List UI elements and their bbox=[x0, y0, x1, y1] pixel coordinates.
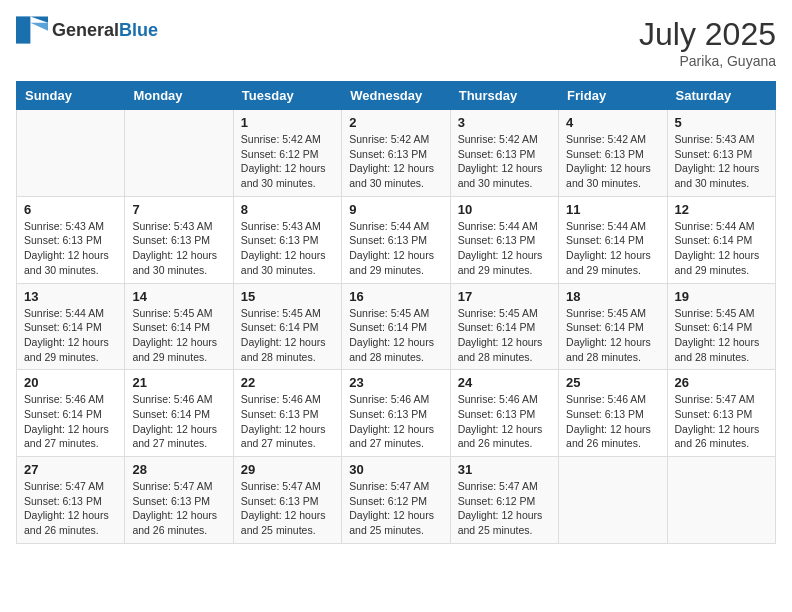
location-subtitle: Parika, Guyana bbox=[639, 53, 776, 69]
weekday-header-saturday: Saturday bbox=[667, 82, 775, 110]
day-info: Sunrise: 5:46 AMSunset: 6:14 PMDaylight:… bbox=[24, 393, 109, 449]
calendar-cell: 25Sunrise: 5:46 AMSunset: 6:13 PMDayligh… bbox=[559, 370, 667, 457]
svg-rect-0 bbox=[16, 16, 30, 43]
calendar-header-row: SundayMondayTuesdayWednesdayThursdayFrid… bbox=[17, 82, 776, 110]
day-info: Sunrise: 5:47 AMSunset: 6:13 PMDaylight:… bbox=[24, 480, 109, 536]
calendar-cell: 31Sunrise: 5:47 AMSunset: 6:12 PMDayligh… bbox=[450, 457, 558, 544]
calendar-cell: 23Sunrise: 5:46 AMSunset: 6:13 PMDayligh… bbox=[342, 370, 450, 457]
day-info: Sunrise: 5:45 AMSunset: 6:14 PMDaylight:… bbox=[241, 307, 326, 363]
day-info: Sunrise: 5:45 AMSunset: 6:14 PMDaylight:… bbox=[349, 307, 434, 363]
weekday-header-friday: Friday bbox=[559, 82, 667, 110]
calendar-cell: 20Sunrise: 5:46 AMSunset: 6:14 PMDayligh… bbox=[17, 370, 125, 457]
day-number: 17 bbox=[458, 289, 551, 304]
day-info: Sunrise: 5:43 AMSunset: 6:13 PMDaylight:… bbox=[24, 220, 109, 276]
day-number: 1 bbox=[241, 115, 334, 130]
calendar-week-row: 13Sunrise: 5:44 AMSunset: 6:14 PMDayligh… bbox=[17, 283, 776, 370]
day-number: 5 bbox=[675, 115, 768, 130]
calendar-cell: 22Sunrise: 5:46 AMSunset: 6:13 PMDayligh… bbox=[233, 370, 341, 457]
day-number: 29 bbox=[241, 462, 334, 477]
calendar-cell: 19Sunrise: 5:45 AMSunset: 6:14 PMDayligh… bbox=[667, 283, 775, 370]
calendar-cell: 4Sunrise: 5:42 AMSunset: 6:13 PMDaylight… bbox=[559, 110, 667, 197]
day-info: Sunrise: 5:43 AMSunset: 6:13 PMDaylight:… bbox=[132, 220, 217, 276]
calendar-cell: 11Sunrise: 5:44 AMSunset: 6:14 PMDayligh… bbox=[559, 196, 667, 283]
day-info: Sunrise: 5:47 AMSunset: 6:13 PMDaylight:… bbox=[132, 480, 217, 536]
day-number: 13 bbox=[24, 289, 117, 304]
weekday-header-wednesday: Wednesday bbox=[342, 82, 450, 110]
svg-marker-2 bbox=[30, 23, 48, 31]
logo-text: GeneralBlue bbox=[52, 20, 158, 41]
day-number: 12 bbox=[675, 202, 768, 217]
day-number: 7 bbox=[132, 202, 225, 217]
calendar-table: SundayMondayTuesdayWednesdayThursdayFrid… bbox=[16, 81, 776, 544]
day-number: 4 bbox=[566, 115, 659, 130]
weekday-header-tuesday: Tuesday bbox=[233, 82, 341, 110]
calendar-cell: 21Sunrise: 5:46 AMSunset: 6:14 PMDayligh… bbox=[125, 370, 233, 457]
day-info: Sunrise: 5:46 AMSunset: 6:13 PMDaylight:… bbox=[349, 393, 434, 449]
day-info: Sunrise: 5:44 AMSunset: 6:14 PMDaylight:… bbox=[566, 220, 651, 276]
logo: GeneralBlue bbox=[16, 16, 158, 44]
day-info: Sunrise: 5:43 AMSunset: 6:13 PMDaylight:… bbox=[241, 220, 326, 276]
day-number: 8 bbox=[241, 202, 334, 217]
day-info: Sunrise: 5:46 AMSunset: 6:13 PMDaylight:… bbox=[241, 393, 326, 449]
day-number: 15 bbox=[241, 289, 334, 304]
day-info: Sunrise: 5:44 AMSunset: 6:14 PMDaylight:… bbox=[24, 307, 109, 363]
day-info: Sunrise: 5:42 AMSunset: 6:13 PMDaylight:… bbox=[349, 133, 434, 189]
day-number: 31 bbox=[458, 462, 551, 477]
day-info: Sunrise: 5:45 AMSunset: 6:14 PMDaylight:… bbox=[458, 307, 543, 363]
day-number: 11 bbox=[566, 202, 659, 217]
day-info: Sunrise: 5:45 AMSunset: 6:14 PMDaylight:… bbox=[675, 307, 760, 363]
calendar-cell: 15Sunrise: 5:45 AMSunset: 6:14 PMDayligh… bbox=[233, 283, 341, 370]
day-info: Sunrise: 5:46 AMSunset: 6:13 PMDaylight:… bbox=[566, 393, 651, 449]
day-info: Sunrise: 5:42 AMSunset: 6:13 PMDaylight:… bbox=[458, 133, 543, 189]
calendar-cell: 9Sunrise: 5:44 AMSunset: 6:13 PMDaylight… bbox=[342, 196, 450, 283]
calendar-week-row: 27Sunrise: 5:47 AMSunset: 6:13 PMDayligh… bbox=[17, 457, 776, 544]
calendar-week-row: 20Sunrise: 5:46 AMSunset: 6:14 PMDayligh… bbox=[17, 370, 776, 457]
calendar-cell: 26Sunrise: 5:47 AMSunset: 6:13 PMDayligh… bbox=[667, 370, 775, 457]
weekday-header-monday: Monday bbox=[125, 82, 233, 110]
day-info: Sunrise: 5:46 AMSunset: 6:13 PMDaylight:… bbox=[458, 393, 543, 449]
calendar-cell: 6Sunrise: 5:43 AMSunset: 6:13 PMDaylight… bbox=[17, 196, 125, 283]
calendar-cell: 14Sunrise: 5:45 AMSunset: 6:14 PMDayligh… bbox=[125, 283, 233, 370]
day-info: Sunrise: 5:46 AMSunset: 6:14 PMDaylight:… bbox=[132, 393, 217, 449]
weekday-header-sunday: Sunday bbox=[17, 82, 125, 110]
calendar-cell: 12Sunrise: 5:44 AMSunset: 6:14 PMDayligh… bbox=[667, 196, 775, 283]
day-info: Sunrise: 5:45 AMSunset: 6:14 PMDaylight:… bbox=[566, 307, 651, 363]
day-number: 26 bbox=[675, 375, 768, 390]
day-number: 2 bbox=[349, 115, 442, 130]
day-number: 9 bbox=[349, 202, 442, 217]
calendar-cell: 8Sunrise: 5:43 AMSunset: 6:13 PMDaylight… bbox=[233, 196, 341, 283]
calendar-cell: 10Sunrise: 5:44 AMSunset: 6:13 PMDayligh… bbox=[450, 196, 558, 283]
day-number: 22 bbox=[241, 375, 334, 390]
logo-blue: Blue bbox=[119, 20, 158, 40]
day-info: Sunrise: 5:44 AMSunset: 6:14 PMDaylight:… bbox=[675, 220, 760, 276]
day-info: Sunrise: 5:47 AMSunset: 6:12 PMDaylight:… bbox=[458, 480, 543, 536]
day-info: Sunrise: 5:45 AMSunset: 6:14 PMDaylight:… bbox=[132, 307, 217, 363]
day-number: 19 bbox=[675, 289, 768, 304]
calendar-cell: 30Sunrise: 5:47 AMSunset: 6:12 PMDayligh… bbox=[342, 457, 450, 544]
day-number: 6 bbox=[24, 202, 117, 217]
calendar-cell bbox=[559, 457, 667, 544]
day-number: 24 bbox=[458, 375, 551, 390]
day-number: 16 bbox=[349, 289, 442, 304]
day-info: Sunrise: 5:42 AMSunset: 6:12 PMDaylight:… bbox=[241, 133, 326, 189]
calendar-cell: 2Sunrise: 5:42 AMSunset: 6:13 PMDaylight… bbox=[342, 110, 450, 197]
calendar-cell: 5Sunrise: 5:43 AMSunset: 6:13 PMDaylight… bbox=[667, 110, 775, 197]
day-number: 30 bbox=[349, 462, 442, 477]
logo-icon bbox=[16, 16, 48, 44]
day-number: 21 bbox=[132, 375, 225, 390]
calendar-cell bbox=[667, 457, 775, 544]
title-block: July 2025 Parika, Guyana bbox=[639, 16, 776, 69]
calendar-cell: 27Sunrise: 5:47 AMSunset: 6:13 PMDayligh… bbox=[17, 457, 125, 544]
day-number: 3 bbox=[458, 115, 551, 130]
calendar-cell bbox=[17, 110, 125, 197]
calendar-week-row: 6Sunrise: 5:43 AMSunset: 6:13 PMDaylight… bbox=[17, 196, 776, 283]
month-year-title: July 2025 bbox=[639, 16, 776, 53]
calendar-cell: 28Sunrise: 5:47 AMSunset: 6:13 PMDayligh… bbox=[125, 457, 233, 544]
calendar-cell: 17Sunrise: 5:45 AMSunset: 6:14 PMDayligh… bbox=[450, 283, 558, 370]
day-number: 10 bbox=[458, 202, 551, 217]
page-header: GeneralBlue July 2025 Parika, Guyana bbox=[16, 16, 776, 69]
day-number: 14 bbox=[132, 289, 225, 304]
day-number: 25 bbox=[566, 375, 659, 390]
calendar-cell: 29Sunrise: 5:47 AMSunset: 6:13 PMDayligh… bbox=[233, 457, 341, 544]
calendar-week-row: 1Sunrise: 5:42 AMSunset: 6:12 PMDaylight… bbox=[17, 110, 776, 197]
